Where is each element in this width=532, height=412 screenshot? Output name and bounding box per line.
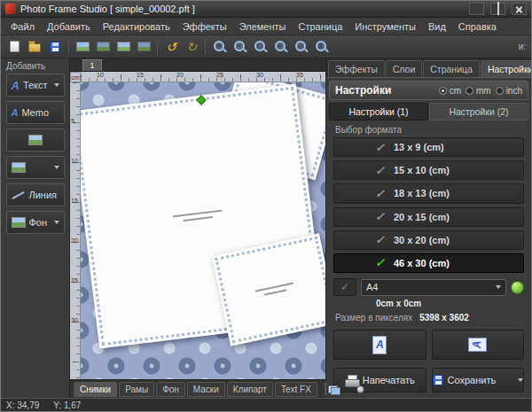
format-option-30x20[interactable]: 30 x 20 (cm) bbox=[333, 230, 524, 250]
maximize-button[interactable] bbox=[490, 3, 505, 15]
tab-backgrounds[interactable]: Фон bbox=[156, 382, 185, 397]
background-button[interactable]: Фон bbox=[6, 211, 65, 234]
zoom-out-button[interactable] bbox=[230, 37, 249, 57]
menu-help[interactable]: Справка bbox=[452, 19, 503, 34]
canvas-column: 1 cm 10 15 20 25 30 35 5 10 15 20 25 bbox=[70, 58, 325, 398]
tab-effects[interactable]: Эффекты bbox=[328, 60, 385, 77]
add-image-button[interactable] bbox=[6, 128, 65, 152]
format-option-15x10[interactable]: 15 x 10 (cm) bbox=[333, 160, 524, 180]
format-label: 18 x 13 (cm) bbox=[394, 188, 450, 198]
add-frame-button[interactable] bbox=[93, 37, 113, 57]
background-icon bbox=[12, 217, 26, 228]
menu-view[interactable]: Вид bbox=[422, 19, 452, 34]
image-icon bbox=[28, 135, 43, 145]
add-text-label: Текст bbox=[23, 80, 48, 90]
horizontal-ruler: 10 15 20 25 30 35 bbox=[81, 72, 325, 82]
tab-frames[interactable]: Рамы bbox=[119, 382, 154, 397]
zoom-selection-button[interactable] bbox=[250, 37, 270, 57]
settings-panel: Эффекты Слои Страница Настройки Настройк… bbox=[325, 58, 531, 398]
save-file-button[interactable] bbox=[45, 37, 65, 57]
format-option-46x30-selected[interactable]: 46 x 30 (cm) bbox=[333, 253, 524, 273]
tab-masks[interactable]: Маски bbox=[187, 382, 225, 397]
add-mask-button[interactable] bbox=[113, 37, 133, 57]
redo-button[interactable] bbox=[182, 37, 201, 57]
ruler-mark: 35 bbox=[296, 72, 303, 78]
tab-clipart[interactable]: Клипарт bbox=[227, 382, 273, 397]
add-photo-button[interactable] bbox=[73, 37, 92, 57]
design-canvas[interactable] bbox=[81, 82, 325, 379]
tab-settings[interactable]: Настройки bbox=[481, 60, 532, 77]
zoom-actual-button[interactable] bbox=[311, 37, 331, 57]
add-sidebar: Добавить Текст Memo Линия bbox=[1, 58, 70, 398]
close-button[interactable] bbox=[512, 3, 527, 15]
apply-paper-button[interactable] bbox=[511, 281, 524, 294]
check-icon bbox=[375, 164, 385, 177]
menu-tools[interactable]: Инструменты bbox=[348, 19, 422, 34]
open-file-button[interactable] bbox=[25, 37, 44, 57]
pixel-size-value: 5398 x 3602 bbox=[419, 313, 469, 323]
menu-edit[interactable]: Редактировать bbox=[97, 19, 176, 34]
add-line-button[interactable]: Линия bbox=[6, 183, 65, 206]
unit-radio-inch[interactable]: inch bbox=[496, 86, 522, 96]
minimize-button[interactable] bbox=[469, 3, 484, 15]
undo-button[interactable] bbox=[161, 37, 181, 57]
portrait-button[interactable] bbox=[333, 330, 426, 360]
format-option-18x13[interactable]: 18 x 13 (cm) bbox=[333, 183, 524, 203]
window-title: Photo Frame Studio [ simple_00002.pft ] bbox=[20, 4, 463, 14]
landscape-button[interactable] bbox=[432, 330, 525, 360]
add-shape-button[interactable] bbox=[6, 156, 65, 179]
format-option-20x15[interactable]: 20 x 15 (cm) bbox=[333, 207, 524, 227]
landscape-icon bbox=[468, 338, 487, 352]
add-clipart-icon bbox=[137, 42, 151, 51]
unit-radio-cm[interactable]: cm bbox=[439, 86, 461, 96]
toolbar: и: bbox=[1, 35, 531, 58]
format-option-13x9[interactable]: 13 x 9 (cm) bbox=[333, 137, 524, 157]
zoom-in-icon bbox=[213, 40, 226, 53]
add-clipart-button[interactable] bbox=[134, 37, 153, 57]
zoom-out-icon bbox=[233, 40, 246, 53]
zoom-in-button[interactable] bbox=[209, 37, 229, 57]
menu-effects[interactable]: Эффекты bbox=[176, 19, 233, 34]
add-memo-button[interactable]: Memo bbox=[6, 101, 65, 124]
subtab-settings-1[interactable]: Настройки (1) bbox=[329, 103, 428, 120]
check-icon-green bbox=[375, 256, 385, 269]
toolbar-clipped-label: и: bbox=[519, 42, 528, 51]
save-button[interactable]: Сохранить bbox=[432, 368, 525, 393]
subtab-settings-2[interactable]: Настройки (2) bbox=[429, 103, 528, 120]
menu-page[interactable]: Страница bbox=[292, 19, 348, 34]
memo-icon bbox=[12, 107, 19, 119]
paper-size-select[interactable]: A4 bbox=[361, 279, 506, 296]
menu-add[interactable]: Добавить bbox=[41, 19, 97, 34]
custom-size-value: 0cm x 0cm bbox=[376, 299, 531, 308]
portrait-icon bbox=[372, 336, 387, 354]
new-document-button[interactable] bbox=[4, 37, 24, 57]
unit-radio-mm[interactable]: mm bbox=[466, 86, 491, 96]
ruler-mark: 15 bbox=[137, 72, 144, 78]
radio-dot-icon bbox=[439, 87, 447, 95]
toolbar-separator bbox=[157, 39, 158, 55]
tab-layers[interactable]: Слои bbox=[386, 60, 423, 77]
add-text-button[interactable]: Текст bbox=[6, 74, 65, 97]
chevron-down-icon bbox=[496, 285, 501, 289]
unit-inch-label: inch bbox=[506, 86, 522, 96]
paper-size-value: A4 bbox=[366, 282, 378, 292]
page-tab-1[interactable]: 1 bbox=[82, 59, 102, 71]
tab-page[interactable]: Страница bbox=[423, 60, 480, 77]
menu-elements[interactable]: Элементы bbox=[233, 19, 293, 34]
zoom-fit-width-button[interactable] bbox=[291, 37, 310, 57]
print-button[interactable]: Напечатать bbox=[333, 368, 426, 393]
chevron-down-icon bbox=[54, 221, 59, 224]
redo-icon bbox=[186, 41, 197, 53]
tab-snapshots[interactable]: Снимки bbox=[74, 382, 117, 397]
photo-stack-button[interactable] bbox=[325, 382, 326, 396]
paper-check-button[interactable] bbox=[333, 278, 356, 296]
tab-textfx[interactable]: Text FX bbox=[275, 382, 317, 397]
chevron-down-icon bbox=[54, 166, 59, 169]
chevron-down-icon bbox=[54, 83, 59, 87]
zoom-fit-page-button[interactable] bbox=[270, 37, 290, 57]
app-window: Photo Frame Studio [ simple_00002.pft ] … bbox=[0, 0, 532, 412]
chevron-down-icon bbox=[518, 378, 523, 382]
menu-file[interactable]: Файл bbox=[4, 19, 41, 34]
ruler-mark: 10 bbox=[71, 158, 78, 164]
zoom-actual-icon bbox=[315, 40, 328, 53]
